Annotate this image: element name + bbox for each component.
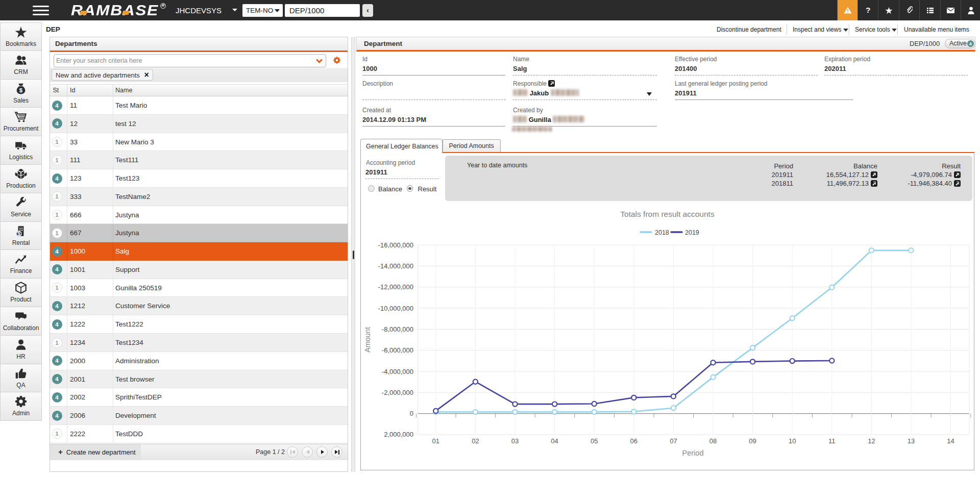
svg-text:0: 0 xyxy=(410,410,413,417)
svg-text:-2,000,000: -2,000,000 xyxy=(382,389,413,396)
svg-text:04: 04 xyxy=(551,437,558,445)
svg-text:-14,000,000: -14,000,000 xyxy=(378,262,413,270)
svg-text:11: 11 xyxy=(828,437,836,445)
svg-text:09: 09 xyxy=(749,437,756,445)
svg-text:-8,000,000: -8,000,000 xyxy=(382,325,413,333)
svg-text:$: $ xyxy=(19,87,23,93)
svg-text:08: 08 xyxy=(709,437,717,445)
svg-text:10: 10 xyxy=(789,437,796,445)
svg-text:05: 05 xyxy=(591,437,598,445)
svg-text:2018: 2018 xyxy=(655,229,669,236)
svg-text:14: 14 xyxy=(947,437,954,445)
svg-text:-12,000,000: -12,000,000 xyxy=(378,283,413,291)
svg-text:-6,000,000: -6,000,000 xyxy=(382,346,413,354)
svg-text:2,000,000: 2,000,000 xyxy=(384,431,413,438)
svg-text:Totals from result accounts: Totals from result accounts xyxy=(620,210,715,218)
svg-text:03: 03 xyxy=(511,437,519,445)
svg-text:13: 13 xyxy=(908,437,915,445)
svg-text:12: 12 xyxy=(868,437,875,445)
svg-text:02: 02 xyxy=(472,437,479,445)
svg-text:-16,000,000: -16,000,000 xyxy=(378,241,413,249)
svg-text:2019: 2019 xyxy=(685,229,699,236)
svg-text:Amount: Amount xyxy=(363,327,372,353)
svg-text:01: 01 xyxy=(432,437,439,445)
svg-text:-10,000,000: -10,000,000 xyxy=(378,305,413,312)
svg-text:$: $ xyxy=(17,231,20,237)
svg-text:Period: Period xyxy=(682,449,704,457)
svg-text:07: 07 xyxy=(670,437,677,445)
svg-text:-4,000,000: -4,000,000 xyxy=(382,368,413,375)
svg-text:06: 06 xyxy=(630,437,638,445)
